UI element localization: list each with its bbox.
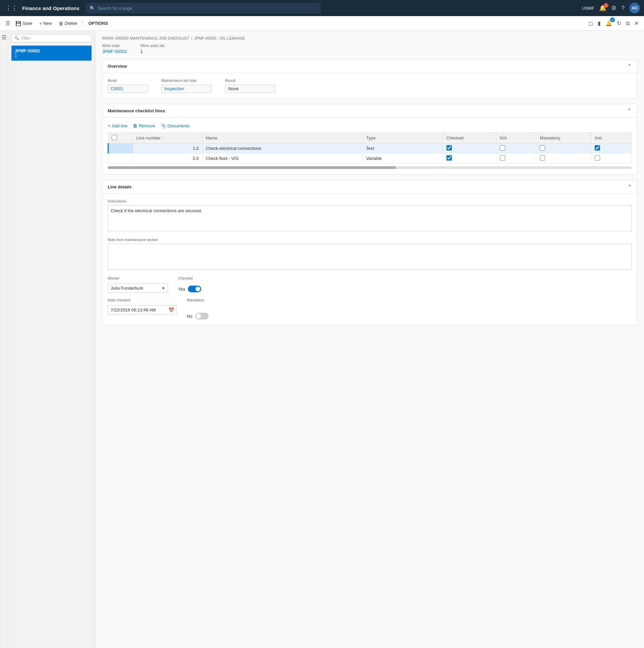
hamburger-icon[interactable]: ☰ (2, 34, 6, 41)
layout-icon[interactable]: ▮ (596, 19, 602, 28)
date-checked-label: Date checked (108, 298, 177, 302)
row-line-number: 2.0 (133, 154, 202, 164)
mandatory-no-label: No (187, 314, 193, 319)
settings-icon[interactable]: ⚙ (611, 4, 616, 12)
work-order-header: Work order JPMF-00002 Work order job 1 (102, 44, 637, 54)
mandatory-toggle-row: No (187, 313, 209, 320)
sidebar-filter-input[interactable] (21, 36, 89, 41)
app-title: Finance and Operations (22, 5, 80, 11)
worker-select[interactable]: Julia Funderburk (108, 284, 168, 293)
row-na-cell (496, 144, 536, 154)
worker-checked-row: Worker Julia Funderburk ▼ Checked Yes (108, 276, 632, 293)
work-order-job-value: 1 (140, 49, 164, 54)
note-textarea[interactable] (108, 244, 632, 270)
mandatory-field: Mandatory No (187, 298, 209, 320)
overview-header[interactable]: Overview ⌃ (102, 60, 637, 73)
mandatory-toggle[interactable] (195, 313, 209, 320)
table-row[interactable]: 2.0Check fluid - V01Variable (108, 154, 632, 164)
row-select-cell (108, 154, 133, 164)
overview-section: Overview ⌃ Asset C0001 Maintenance job t… (102, 59, 637, 99)
row-mandatory-checkbox[interactable] (540, 155, 545, 161)
instructions-label: Instructions (108, 199, 632, 203)
mandatory-label: Mandatory (187, 298, 209, 302)
date-checked-input[interactable] (108, 306, 177, 315)
work-order-value[interactable]: JPMF-00002 (102, 49, 127, 54)
row-checked-checkbox[interactable] (446, 155, 452, 161)
work-order-field: Work order JPMF-00002 (102, 44, 127, 54)
line-details-toggle-icon[interactable]: ⌃ (627, 184, 632, 190)
search-input[interactable] (98, 6, 318, 11)
maintenance-job-type-value[interactable]: Inspection (161, 85, 212, 93)
row-mandatory-checkbox[interactable] (540, 145, 545, 151)
asset-value[interactable]: C0001 (108, 85, 148, 93)
row-mandatory-cell (536, 154, 591, 164)
row-name: Check fluid - V01 (202, 154, 362, 164)
search-icon: 🔍 (90, 6, 95, 11)
asset-field: Asset C0001 (108, 78, 148, 93)
mandatory-section: No (187, 311, 209, 320)
date-checked-wrapper: 📅 (108, 306, 177, 315)
remove-button[interactable]: 🗑 Remove (133, 123, 155, 128)
add-icon: + (108, 123, 110, 128)
avatar[interactable]: AD (629, 3, 640, 13)
save-button[interactable]: 💾 Save (13, 19, 35, 28)
row-checked-checkbox[interactable] (446, 145, 452, 151)
instructions-field: Instructions (108, 199, 632, 232)
sidebar-toggle-icon[interactable]: ☰ (4, 19, 11, 28)
view-icon[interactable]: ◻ (587, 19, 594, 28)
checked-label: Checked (178, 276, 201, 280)
new-button[interactable]: + New (37, 19, 55, 28)
search-bar: 🔍 (86, 3, 321, 13)
add-line-button[interactable]: + Add line (108, 123, 128, 128)
sidebar-item-title: JPMF-00002 (15, 48, 88, 53)
documents-button[interactable]: 📎 Documents (161, 123, 190, 128)
sidebar-item-jpmf[interactable]: JPMF-00002 1 (11, 46, 92, 61)
notifications-icon[interactable]: 🔔 0 (604, 19, 613, 28)
row-na-checkbox[interactable] (500, 145, 505, 151)
checklist-toggle-icon[interactable]: ⌃ (627, 108, 632, 114)
note-field: Note from maintenance worker (108, 238, 632, 271)
th-line-number[interactable]: Line number ↑ (133, 133, 202, 144)
options-label[interactable]: OPTIONS (86, 19, 111, 27)
checklist-header[interactable]: Maintenance checklist lines ⌃ (102, 104, 637, 118)
select-all-checkbox[interactable] (112, 135, 117, 140)
grid-icon[interactable]: ⋮⋮ (4, 3, 19, 13)
overview-fields: Asset C0001 Maintenance job type Inspect… (108, 78, 632, 93)
sidebar-filter: 🔍 (11, 34, 92, 42)
row-line-number: 1.0 (133, 144, 202, 154)
checked-toggle[interactable] (188, 286, 201, 292)
overview-toggle-icon[interactable]: ⌃ (627, 63, 632, 69)
row-inst-checkbox[interactable] (595, 155, 600, 161)
refresh-icon[interactable]: ↻ (615, 19, 623, 28)
popout-icon[interactable]: ⧉ (625, 19, 631, 28)
help-icon[interactable]: ? (621, 5, 625, 12)
row-inst-cell (591, 154, 632, 164)
table-row[interactable]: 1.0Check electrical connectionsText (108, 144, 632, 154)
th-select (108, 133, 133, 144)
result-field: Result None (225, 78, 276, 93)
row-checked-cell (443, 154, 496, 164)
remove-icon: 🗑 (133, 123, 138, 128)
instructions-textarea[interactable] (108, 205, 632, 231)
row-type: Variable (362, 154, 443, 164)
delete-button[interactable]: 🗑 Delete (56, 19, 80, 28)
line-details-header[interactable]: Line details ⌃ (102, 180, 637, 194)
row-na-cell (496, 154, 536, 164)
checked-yes-label: Yes (178, 287, 185, 292)
delete-icon: 🗑 (59, 21, 63, 26)
notification-icon[interactable]: 🔔 1 (599, 4, 606, 12)
close-icon[interactable]: ✕ (633, 19, 640, 28)
checklist-table: Line number ↑ Name Type Checked N/A Mand… (108, 132, 632, 164)
top-nav-right: USMF 🔔 1 ⚙ ? AD (582, 3, 640, 13)
result-value[interactable]: None (225, 85, 276, 93)
th-mandatory: Mandatory (536, 133, 591, 144)
checked-toggle-knob (196, 287, 200, 291)
calendar-icon[interactable]: 📅 (168, 308, 174, 313)
table-scrollbar[interactable] (108, 166, 632, 169)
row-inst-checkbox[interactable] (595, 145, 600, 151)
notification-badge: 1 (604, 3, 608, 8)
work-order-label: Work order (102, 44, 127, 48)
row-na-checkbox[interactable] (500, 155, 505, 161)
checked-toggle-row: Yes (178, 286, 201, 292)
checklist-title: Maintenance checklist lines (108, 108, 165, 113)
